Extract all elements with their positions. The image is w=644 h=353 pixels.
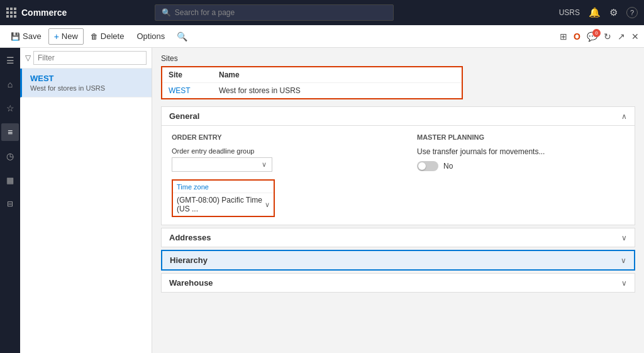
timezone-value: (GMT-08:00) Pacific Time (US ...	[177, 196, 265, 213]
new-plus-icon: +	[54, 31, 59, 42]
filter-icon: ▽	[25, 53, 31, 62]
timezone-label: Time zone	[173, 181, 274, 191]
notification-badge[interactable]: 💬 0	[587, 31, 597, 42]
gear-icon[interactable]: ⚙	[609, 7, 618, 18]
name-col-header: Name	[213, 67, 462, 83]
hierarchy-section-header[interactable]: Hierarchy ∨	[161, 250, 635, 271]
nav-star-icon[interactable]: ☆	[1, 99, 19, 117]
nav-rows-icon[interactable]: ⊟	[1, 195, 19, 213]
general-section-header[interactable]: General ∧	[161, 106, 635, 126]
new-button[interactable]: + New	[48, 28, 84, 45]
close-panel-icon[interactable]: ✕	[631, 31, 639, 42]
grid-icon[interactable]	[6, 8, 16, 18]
save-icon: 💾	[11, 32, 20, 41]
delete-icon: 🗑	[91, 32, 98, 41]
command-search-icon[interactable]: 🔍	[177, 31, 187, 42]
timezone-select[interactable]: (GMT-08:00) Pacific Time (US ... ∨	[173, 193, 274, 216]
timezone-chevron-icon: ∨	[265, 201, 270, 209]
addresses-chevron-down-icon: ∨	[621, 233, 627, 242]
list-item[interactable]: WEST West for stores in USRS	[20, 69, 152, 98]
deadline-group-field: Order entry deadline group ∨	[172, 147, 379, 172]
options-button[interactable]: Options	[131, 28, 170, 44]
order-entry-heading: ORDER ENTRY	[172, 133, 379, 141]
hierarchy-chevron-down-icon: ∨	[621, 256, 626, 265]
site-col-header: Site	[162, 67, 213, 83]
name-cell: West for stores in USRS	[213, 83, 462, 99]
warehouse-chevron-down-icon: ∨	[621, 279, 627, 288]
list-item-subtitle: West for stores in USRS	[30, 84, 145, 92]
user-label: USRS	[559, 8, 580, 17]
toggle-switch[interactable]	[417, 161, 438, 171]
app-title: Commerce	[21, 8, 67, 18]
search-placeholder: Search for a page	[175, 8, 235, 17]
master-planning-heading: MASTER PLANNING	[417, 133, 625, 141]
filter-input[interactable]	[33, 51, 147, 65]
transfer-journals-label: Use transfer journals for movements...	[417, 147, 625, 156]
nav-clock-icon[interactable]: ◷	[1, 147, 19, 165]
save-button[interactable]: 💾 Save	[5, 28, 47, 44]
site-cell: WEST	[162, 83, 213, 99]
sites-section-label: Sites	[161, 54, 635, 63]
pin-icon[interactable]: ⊞	[560, 31, 567, 42]
office-icon[interactable]: O	[574, 31, 580, 42]
nav-chart-icon[interactable]: ▦	[1, 171, 19, 189]
general-chevron-up-icon: ∧	[621, 112, 627, 121]
toggle-label: No	[443, 162, 453, 171]
nav-menu-icon[interactable]: ☰	[1, 52, 19, 69]
options-label: Options	[136, 31, 165, 41]
search-box[interactable]: 🔍 Search for a page	[155, 4, 394, 21]
save-label: Save	[23, 31, 42, 41]
delete-label: Delete	[101, 31, 125, 41]
addresses-section-header[interactable]: Addresses ∨	[161, 228, 635, 247]
deadline-group-label: Order entry deadline group	[172, 147, 379, 155]
list-item-title: WEST	[30, 74, 145, 83]
timezone-field: Time zone (GMT-08:00) Pacific Time (US .…	[172, 179, 379, 217]
nav-list-icon[interactable]: ≡	[1, 123, 19, 141]
general-section-content: ORDER ENTRY Order entry deadline group ∨…	[161, 126, 635, 225]
search-icon: 🔍	[162, 8, 171, 17]
deadline-group-select[interactable]: ∨	[172, 157, 272, 172]
nav-home-icon[interactable]: ⌂	[1, 76, 19, 93]
addresses-section-label: Addresses	[169, 233, 211, 242]
new-label: New	[62, 31, 78, 41]
refresh-icon[interactable]: ↻	[604, 31, 611, 42]
list-container: WEST West for stores in USRS	[20, 69, 152, 353]
hierarchy-section-label: Hierarchy	[170, 255, 208, 265]
general-section-label: General	[169, 111, 199, 121]
delete-button[interactable]: 🗑 Delete	[85, 28, 130, 44]
table-row[interactable]: WEST West for stores in USRS	[162, 83, 462, 99]
warehouse-section-label: Warehouse	[169, 278, 213, 288]
deadline-group-chevron-icon: ∨	[262, 160, 267, 169]
warehouse-section-header[interactable]: Warehouse ∨	[161, 273, 635, 293]
bell-icon[interactable]: 🔔	[589, 7, 601, 18]
open-external-icon[interactable]: ↗	[618, 31, 625, 42]
help-icon[interactable]: ?	[626, 7, 638, 18]
